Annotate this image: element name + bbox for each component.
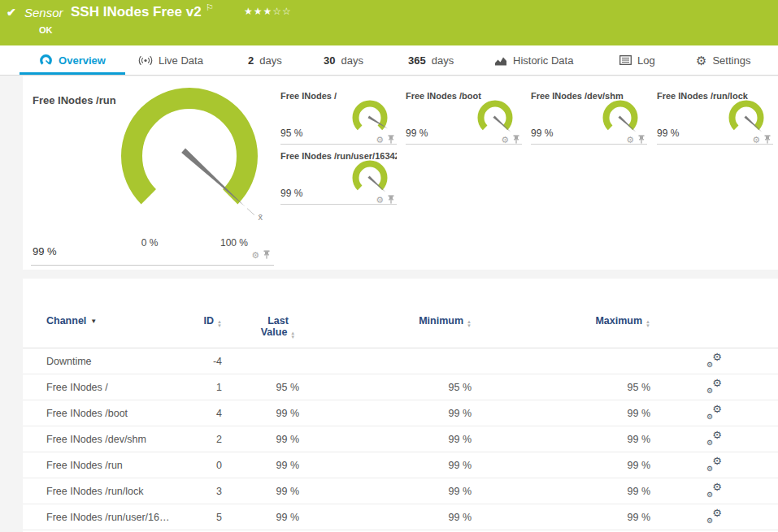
tile-gear-icon[interactable]: ⚙ [626, 136, 634, 145]
tile-pin-icon[interactable] [763, 132, 771, 147]
channel-last-value: 99 % [222, 504, 299, 530]
tile-gear-icon[interactable]: ⚙ [251, 251, 259, 260]
tab-label: Historic Data [513, 54, 573, 67]
sensor-status-badge: OK [39, 25, 53, 35]
gear-icon: ⚙ [696, 54, 706, 67]
tile-pin-icon[interactable] [387, 192, 395, 207]
tab-live-data[interactable]: Live Data [138, 45, 203, 75]
tile-pin-icon[interactable] [637, 132, 645, 147]
tile-pin-icon[interactable] [263, 248, 271, 262]
channel-minimum: 99 % [299, 478, 472, 504]
channel-maximum: 99 % [472, 426, 650, 452]
tab-label: days [432, 54, 454, 67]
channel-last-value: 95 % [222, 374, 299, 400]
channel-maximum: 99 % [472, 478, 650, 504]
column-header-last-value[interactable]: Last Value▲▼ [222, 279, 299, 348]
gauge-tile[interactable]: Free INodes /boot99 %⚙ [406, 91, 522, 145]
channel-name[interactable]: Free INodes /boot [23, 400, 198, 426]
tile-gear-icon[interactable]: ⚙ [501, 136, 509, 145]
log-list-icon [619, 55, 632, 65]
channel-actions-cell: ⚙⚙ [650, 504, 778, 530]
table-row[interactable]: Free INodes /dev/shm299 %99 %99 %⚙⚙ [23, 426, 778, 452]
channel-minimum [299, 348, 472, 374]
channel-actions-cell: ⚙⚙ [650, 348, 778, 374]
gauge-average-marker: x̄ [259, 212, 263, 222]
sensor-title: SSH INodes Free v2 [71, 4, 202, 20]
channel-name[interactable]: Downtime [23, 348, 198, 374]
channel-name[interactable]: Free INodes /run [23, 452, 198, 478]
gauge-tile[interactable]: Free INodes /95 %⚙ [280, 91, 397, 145]
tab-label: Live Data [159, 54, 203, 67]
channel-last-value: 99 % [222, 400, 299, 426]
column-header-minimum[interactable]: Minimum▲▼ [299, 279, 472, 348]
flag-icon[interactable]: ⚐ [206, 2, 214, 13]
tab-historic-data[interactable]: Historic Data [494, 45, 573, 75]
tab-label: Log [637, 54, 655, 67]
tab-overview[interactable]: Overview [20, 45, 125, 75]
channel-maximum: 95 % [472, 374, 650, 400]
tile-gear-icon[interactable]: ⚙ [376, 196, 384, 205]
tab-number: 2 [248, 54, 254, 67]
tile-gear-icon[interactable]: ⚙ [752, 136, 760, 145]
channel-name[interactable]: Free INodes /dev/shm [23, 426, 198, 452]
channel-id: 4 [198, 400, 222, 426]
channel-id: 3 [198, 478, 222, 504]
tab-settings[interactable]: ⚙ Settings [696, 45, 750, 75]
column-header-id[interactable]: ID▲▼ [198, 279, 222, 348]
tab-2-days[interactable]: 2 days [248, 45, 282, 75]
tab-30-days[interactable]: 30 days [324, 45, 363, 75]
gauge-tile[interactable]: Free INodes /run/lock99 %⚙ [657, 91, 773, 145]
tab-365-days[interactable]: 365 days [408, 45, 454, 75]
channel-minimum: 99 % [299, 452, 472, 478]
gauge-value: 99 % [280, 188, 302, 199]
priority-stars[interactable]: ★★★☆☆ [244, 6, 292, 17]
channel-settings-gears-icon[interactable]: ⚙⚙ [706, 379, 722, 393]
channel-settings-gears-icon[interactable]: ⚙⚙ [706, 483, 722, 497]
channel-maximum: 99 % [472, 400, 650, 426]
channel-minimum: 99 % [299, 426, 472, 452]
tab-number: 365 [408, 54, 426, 67]
channel-settings-gears-icon[interactable]: ⚙⚙ [706, 405, 722, 419]
gauge-dial: x̄ [94, 78, 285, 234]
column-header-channel[interactable]: Channel▼ [23, 279, 198, 348]
table-row[interactable]: Free INodes /run099 %99 %99 %⚙⚙ [23, 452, 778, 478]
gauge-tile[interactable]: Free INodes /dev/shm99 %⚙ [531, 91, 647, 145]
gauge-tile-primary[interactable]: Free INodes /run x̄ 0 % 100 % 99 % ⚙ [31, 76, 274, 266]
table-row[interactable]: Free INodes /boot499 %99 %99 %⚙⚙ [23, 400, 778, 426]
table-row[interactable]: Downtime-4⚙⚙ [23, 348, 778, 374]
tab-label: days [341, 54, 363, 67]
gauge-tile[interactable]: Free INodes /run/user/16342…99 %⚙ [280, 151, 397, 205]
gauge-value: 95 % [280, 128, 302, 139]
gauge-icon [39, 54, 53, 67]
sort-icon: ▲▼ [290, 331, 295, 340]
sensor-header: ✔ Sensor SSH INodes Free v2 ⚐ ★★★☆☆ OK [0, 0, 778, 45]
tile-pin-icon[interactable] [387, 132, 395, 147]
channel-id: 1 [198, 374, 222, 400]
gauges-panel: Free INodes /run x̄ 0 % 100 % 99 % ⚙ Fre… [23, 76, 778, 270]
channel-settings-gears-icon[interactable]: ⚙⚙ [706, 457, 722, 471]
table-row[interactable]: Free INodes /195 %95 %95 %⚙⚙ [23, 374, 778, 400]
channel-settings-gears-icon[interactable]: ⚙⚙ [706, 509, 722, 523]
channel-last-value: 99 % [222, 426, 299, 452]
table-row[interactable]: Free INodes /run/user/16…599 %99 %99 %⚙⚙ [23, 504, 778, 530]
tile-pin-icon[interactable] [512, 132, 520, 147]
channel-name[interactable]: Free INodes /run/lock [23, 478, 198, 504]
channels-panel: Channel▼ ID▲▼ Last Value▲▼ Minimum▲▼ Max… [23, 279, 778, 532]
channels-table: Channel▼ ID▲▼ Last Value▲▼ Minimum▲▼ Max… [23, 279, 778, 530]
channel-minimum: 99 % [299, 400, 472, 426]
column-header-maximum[interactable]: Maximum▲▼ [472, 279, 650, 348]
channel-minimum: 99 % [299, 504, 472, 530]
table-row[interactable]: Free INodes /run/lock399 %99 %99 %⚙⚙ [23, 478, 778, 504]
channel-actions-cell: ⚙⚙ [650, 426, 778, 452]
tab-label: Overview [59, 54, 106, 67]
tab-number: 30 [324, 54, 335, 67]
channel-name[interactable]: Free INodes / [23, 374, 198, 400]
live-signal-icon [138, 55, 153, 66]
channel-name[interactable]: Free INodes /run/user/16… [23, 504, 198, 530]
channel-settings-gears-icon[interactable]: ⚙⚙ [706, 431, 722, 445]
channel-settings-gears-icon[interactable]: ⚙⚙ [706, 353, 722, 367]
sort-icon: ▲▼ [645, 320, 650, 328]
sensor-kind-label: Sensor [24, 6, 63, 19]
tab-log[interactable]: Log [619, 45, 655, 75]
tile-gear-icon[interactable]: ⚙ [376, 136, 384, 145]
